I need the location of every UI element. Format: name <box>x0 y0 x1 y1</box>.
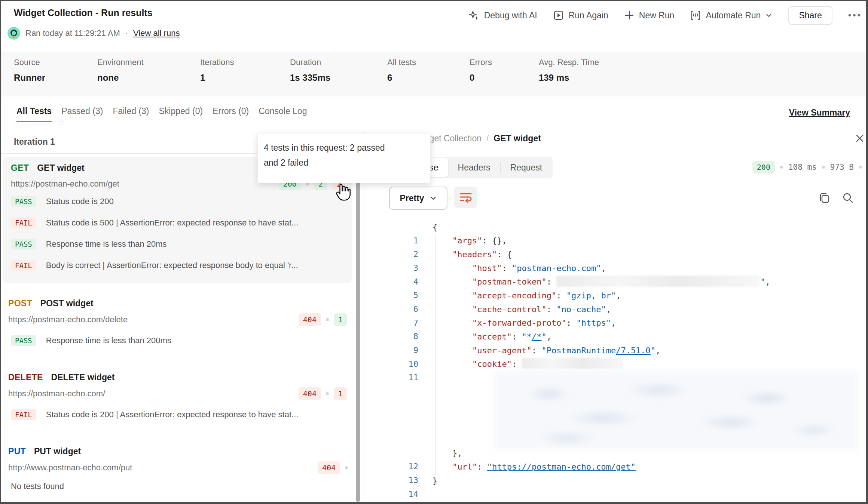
request-name: POST widget <box>40 298 94 308</box>
dot-separator <box>822 166 825 169</box>
pass-count-badge[interactable]: 1 <box>334 313 347 326</box>
code-link[interactable]: /7.51.0 <box>616 346 651 355</box>
tests-tooltip: 4 tests in this request: 2 passed and 2 … <box>257 133 431 183</box>
request-name: GET widget <box>37 163 85 173</box>
request-header-post[interactable]: POST POST widget <box>8 298 94 308</box>
breadcrumb-request: GET widget <box>493 133 541 144</box>
fail-badge: FAIL <box>11 409 36 420</box>
redacted-cookie-block <box>495 370 858 450</box>
code-line: 8 "x-forwarded-proto": "https", <box>382 316 863 330</box>
fail-badge: FAIL <box>11 217 36 228</box>
code-line: 10 "user-agent": "PostmanRuntime/7.51.0"… <box>382 344 863 357</box>
view-summary-link[interactable]: View Summary <box>789 108 850 118</box>
stat-environment: Environment none <box>97 52 200 96</box>
response-meta: 200 108 ms 973 B <box>752 161 862 173</box>
run-again-button[interactable]: Run Again <box>553 10 608 21</box>
debug-with-ai-button[interactable]: Debug with AI <box>468 10 537 21</box>
code-link[interactable]: /* <box>532 332 542 341</box>
pass-badge: PASS <box>11 196 36 207</box>
dot-separator <box>859 166 862 169</box>
tab-failed[interactable]: Failed (3) <box>113 106 149 122</box>
status-badge: 404 <box>299 313 321 326</box>
code-line: 2 "args": {}, <box>382 234 863 248</box>
test-text: Response time is less than 20ms <box>46 239 167 249</box>
pass-badge: PASS <box>11 239 36 250</box>
close-icon[interactable] <box>854 132 866 144</box>
request-header[interactable]: GET GET widget <box>11 163 85 173</box>
header-actions: Debug with AI Run Again New Run Automate… <box>468 4 862 27</box>
automate-run-button[interactable]: Automate Run <box>690 10 773 21</box>
method-label: DELETE <box>8 372 43 382</box>
stat-all-tests: All tests 6 <box>387 52 470 96</box>
run-results-window: Widget Collection - Run results Ran toda… <box>0 0 868 504</box>
user-avatar <box>7 27 20 40</box>
stat-errors: Errors 0 <box>470 52 539 96</box>
code-line: 1 { <box>382 221 863 234</box>
chevron-down-icon <box>430 194 437 202</box>
request-header-put[interactable]: PUT PUT widget <box>8 446 81 457</box>
search-icon[interactable] <box>841 191 855 205</box>
tab-all-tests[interactable]: All Tests <box>16 106 52 122</box>
code-link[interactable]: "https://postman-echo.com/get" <box>487 462 636 471</box>
code-brackets-icon <box>690 10 701 21</box>
test-text: Status code is 200 | AssertionError: exp… <box>46 410 299 420</box>
copy-icon[interactable] <box>818 191 831 205</box>
body-format-label: Pretty <box>400 193 424 203</box>
request-badges: 404 1 <box>299 387 347 400</box>
tab-request[interactable]: Request <box>501 158 552 177</box>
request-url: https://postman-echo.com/get <box>11 179 119 189</box>
request-url: https://postman-echo.com/delete <box>8 315 128 325</box>
left-scrollbar[interactable] <box>356 138 360 502</box>
code-line: 7 "cache-control": "no-cache", <box>382 303 863 316</box>
test-row: PASS Status code is 200 <box>11 196 114 207</box>
tooltip-line: 4 tests in this request: 2 passed <box>264 140 430 155</box>
tab-passed[interactable]: Passed (3) <box>61 106 103 122</box>
code-line: 13 "url": "https://postman-echo.com/get" <box>382 460 863 474</box>
tab-errors[interactable]: Errors (0) <box>213 106 249 122</box>
share-button[interactable]: Share <box>788 6 832 25</box>
request-header-delete[interactable]: DELETE DELETE widget <box>8 372 114 382</box>
iteration-label: Iteration 1 <box>14 137 55 147</box>
fail-badge: FAIL <box>11 260 36 271</box>
stats-bar: Source Runner Environment none Iteration… <box>0 52 868 96</box>
response-status-badge: 200 <box>752 161 775 173</box>
method-label: POST <box>8 298 32 308</box>
test-row: PASS Response time is less than 20ms <box>11 239 167 250</box>
method-label: GET <box>11 163 29 173</box>
view-all-runs-link[interactable]: View all runs <box>133 28 180 38</box>
fail-count-badge[interactable]: 1 <box>334 387 347 400</box>
wrap-text-button[interactable] <box>454 187 477 208</box>
redacted-cookie-value <box>522 358 623 369</box>
stat-avg-resp-time: Avg. Resp. Time 139 ms <box>539 52 868 96</box>
status-badge: 404 <box>299 387 321 400</box>
response-size: 973 B <box>830 163 854 172</box>
panel-divider <box>364 129 364 502</box>
new-run-button[interactable]: New Run <box>624 10 675 21</box>
run-meta: Ran today at 11:29:21 AM · View all runs <box>7 27 180 40</box>
chevron-down-icon <box>765 12 773 19</box>
debug-with-ai-label: Debug with AI <box>484 10 537 21</box>
line-number: 14 <box>382 488 418 501</box>
tab-headers[interactable]: Headers <box>448 158 500 177</box>
tab-console-log[interactable]: Console Log <box>259 106 307 122</box>
code-line: 6 "accept-encoding": "gzip, br", <box>382 289 863 302</box>
tab-skipped[interactable]: Skipped (0) <box>159 106 203 122</box>
wrap-text-icon <box>459 191 473 203</box>
request-badges: 404 1 <box>299 313 347 326</box>
code-line: 3 "headers": { <box>382 248 863 261</box>
result-tabs: All Tests Passed (3) Failed (3) Skipped … <box>16 106 307 122</box>
meta-separator: · <box>125 28 128 38</box>
body-format-dropdown[interactable]: Pretty <box>389 187 447 210</box>
ran-timestamp: Ran today at 11:29:21 AM <box>25 28 120 38</box>
more-options-button[interactable]: ••• <box>848 10 862 21</box>
stat-duration: Duration 1s 335ms <box>290 52 387 96</box>
dot-separator <box>780 166 783 169</box>
code-line: 9 "accept": "*/*", <box>382 330 863 344</box>
test-row: PASS Response time is less than 200ms <box>11 335 171 346</box>
test-row: FAIL Body is correct | AssertionError: e… <box>11 260 298 271</box>
code-line: 5 "postman-token": ", <box>382 275 863 289</box>
dot-separator <box>326 318 329 321</box>
stat-source: Source Runner <box>0 52 97 96</box>
automate-run-label: Automate Run <box>706 10 761 21</box>
test-text: Status code is 500 | AssertionError: exp… <box>46 218 299 228</box>
